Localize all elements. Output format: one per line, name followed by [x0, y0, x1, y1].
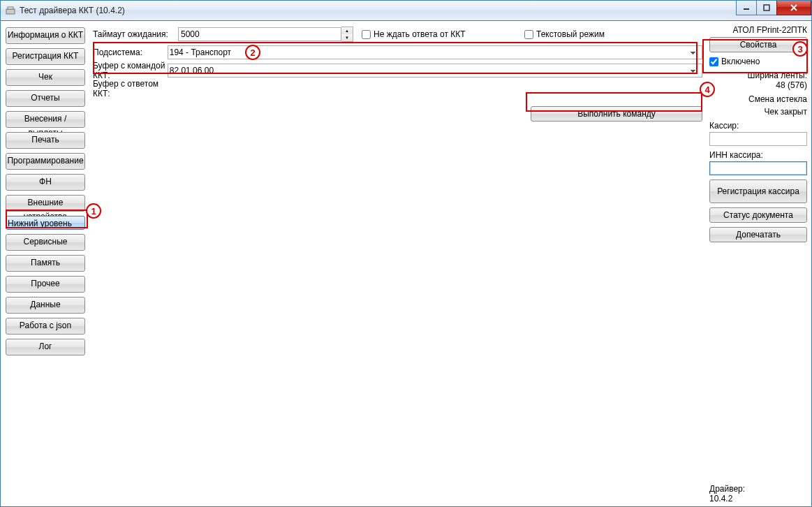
timeout-row: Таймаут ожидания: ▲ ▼ Не ждать ответа от…: [93, 27, 702, 42]
sidebar-item-10[interactable]: Сервисные: [6, 234, 85, 251]
execute-command-button[interactable]: Выполнить команду: [531, 106, 702, 122]
enabled-checkbox[interactable]: Включено: [709, 57, 807, 66]
subsystem-row: Подсистема: 194 - Транспорт: [93, 45, 702, 60]
textmode-checkbox[interactable]: Текстовый режим: [524, 29, 605, 39]
cmdbuf-row: Буфер с командой ККТ: 82 01 06 00: [93, 63, 702, 78]
sidebar-item-5[interactable]: Печать: [6, 132, 85, 149]
sidebar-item-12[interactable]: Прочее: [6, 276, 85, 293]
sidebar-item-11[interactable]: Память: [6, 255, 85, 272]
subsystem-select[interactable]: 194 - Транспорт: [168, 45, 702, 59]
spin-up-icon[interactable]: ▲: [341, 27, 353, 34]
driver-version: 10.4.2: [709, 494, 807, 504]
cmdbuf-select[interactable]: 82 01 06 00: [168, 64, 702, 78]
sidebar-item-4[interactable]: Внесения / выплаты: [6, 111, 85, 128]
nowait-label: Не ждать ответа от ККТ: [374, 29, 466, 39]
window-buttons: [737, 1, 811, 20]
maximize-button[interactable]: [756, 1, 777, 15]
window-title: Тест драйвера ККТ (10.4.2): [20, 6, 737, 15]
timeout-input[interactable]: [178, 27, 341, 41]
svg-rect-3: [764, 5, 769, 10]
nowait-checkbox[interactable]: Не ждать ответа от ККТ: [362, 29, 466, 39]
reprint-button[interactable]: Допечатать: [709, 227, 807, 242]
main-panel: Таймаут ожидания: ▲ ▼ Не ждать ответа от…: [90, 21, 707, 506]
tape-width-label: Ширина ленты:: [709, 71, 807, 80]
close-button[interactable]: [776, 1, 811, 15]
svg-rect-0: [6, 9, 15, 14]
sidebar-item-1[interactable]: Регистрация ККТ: [6, 48, 85, 65]
register-cashier-button[interactable]: Регистрация кассира: [709, 179, 807, 203]
timeout-spin-buttons: ▲ ▼: [341, 27, 353, 42]
right-panel: АТОЛ FPrint-22ПТК Свойства Включено Шири…: [707, 21, 811, 506]
exec-row: Выполнить команду: [93, 106, 702, 122]
sidebar-item-2[interactable]: Чек: [6, 69, 85, 86]
cashier-block: Кассир:: [709, 121, 807, 146]
sidebar-item-0[interactable]: Информация о ККТ: [6, 27, 85, 44]
svg-line-4: [791, 5, 797, 10]
timeout-spinner: ▲ ▼: [178, 27, 353, 42]
sidebar-item-9[interactable]: Нижний уровень: [6, 216, 85, 230]
textmode-label: Текстовый режим: [536, 29, 605, 39]
properties-button[interactable]: Свойства: [709, 37, 807, 52]
textmode-checkbox-input[interactable]: [524, 30, 533, 39]
respbuf-label: Буфер с ответом ККТ:: [93, 79, 178, 98]
cheque-state: Чек закрыт: [709, 107, 807, 117]
sidebar-item-6[interactable]: Программирование: [6, 153, 85, 170]
cashier-inn-block: ИНН кассира:: [709, 150, 807, 175]
sidebar-item-13[interactable]: Данные: [6, 297, 85, 314]
sidebar-item-7[interactable]: ФН: [6, 174, 85, 191]
app-icon: [5, 5, 16, 16]
sidebar-item-8[interactable]: Внешние устройства: [6, 195, 85, 212]
timeout-label: Таймаут ожидания:: [93, 29, 178, 39]
minimize-button[interactable]: [736, 1, 757, 15]
svg-line-5: [791, 5, 797, 10]
cashier-label: Кассир:: [709, 121, 807, 131]
tape-width-value: 48 (576): [709, 80, 807, 90]
sidebar-item-14[interactable]: Работа с json: [6, 318, 85, 335]
enabled-label: Включено: [721, 57, 760, 66]
driver-label: Драйвер:: [709, 484, 807, 494]
titlebar: Тест драйвера ККТ (10.4.2): [1, 1, 811, 21]
cashier-inn-input[interactable]: [709, 161, 807, 175]
enabled-checkbox-input[interactable]: [709, 57, 718, 66]
document-status-button[interactable]: Статус документа: [709, 207, 807, 223]
sidebar: Информация о ККТРегистрация ККТЧекОтчеты…: [1, 21, 90, 506]
svg-rect-1: [8, 7, 13, 9]
cmdbuf-label: Буфер с командой ККТ:: [93, 61, 168, 80]
shift-state: Смена истекла: [709, 94, 807, 104]
sidebar-item-15[interactable]: Лог: [6, 339, 85, 355]
cashier-input[interactable]: [709, 132, 807, 146]
sidebar-item-3[interactable]: Отчеты: [6, 90, 85, 107]
nowait-checkbox-input[interactable]: [362, 30, 371, 39]
window-body: Информация о ККТРегистрация ККТЧекОтчеты…: [1, 21, 811, 506]
app-window: Тест драйвера ККТ (10.4.2) Информация о …: [0, 0, 812, 507]
cashier-inn-label: ИНН кассира:: [709, 150, 807, 160]
device-name: АТОЛ FPrint-22ПТК: [709, 25, 807, 35]
subsystem-label: Подсистема:: [93, 47, 168, 57]
spin-down-icon[interactable]: ▼: [341, 34, 353, 41]
respbuf-row: Буфер с ответом ККТ:: [93, 81, 702, 96]
